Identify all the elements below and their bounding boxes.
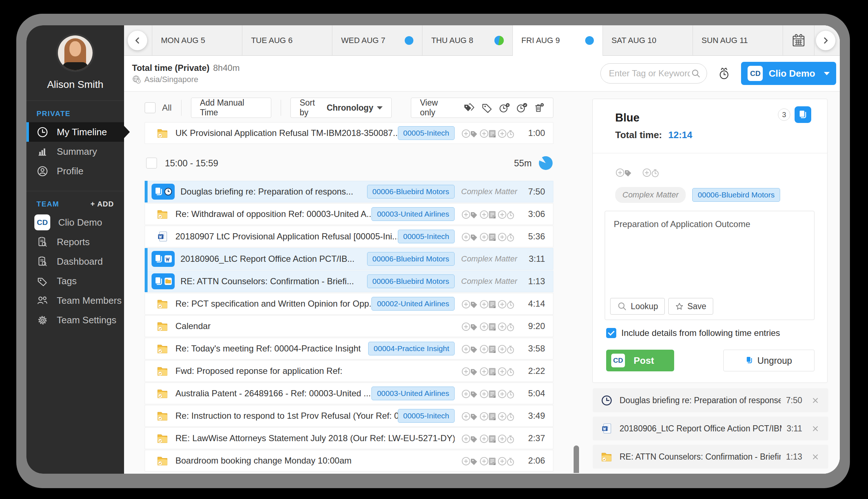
- tag-outline-filter-button[interactable]: [481, 102, 493, 113]
- tab-fri-aug-9[interactable]: FRI AUG 9: [512, 25, 603, 55]
- matter-tag-chip[interactable]: 00002-United Airlines: [371, 297, 455, 311]
- previous-week-button[interactable]: [128, 31, 147, 50]
- ungroup-button[interactable]: Ungroup: [723, 350, 814, 371]
- add-tag-button[interactable]: [461, 365, 479, 377]
- add-note-button[interactable]: [479, 298, 497, 310]
- timeline-row[interactable]: RE: LawWise Attorneys Statement July 201…: [145, 427, 553, 449]
- matter-tag-chip[interactable]: 00005-Initech: [398, 409, 455, 423]
- add-tag-button[interactable]: [461, 410, 479, 422]
- sidebar-item-summary[interactable]: Summary: [26, 142, 124, 161]
- add-note-button[interactable]: [479, 208, 497, 220]
- timeline-row[interactable]: 20180906_LtC Report Office Action PCT/IB…: [145, 248, 553, 270]
- sidebar-item-tags[interactable]: Tags: [26, 271, 124, 291]
- scrollbar-thumb[interactable]: [574, 445, 579, 473]
- next-week-button[interactable]: [816, 31, 835, 50]
- add-tag-button[interactable]: [461, 455, 479, 467]
- timeline-row[interactable]: Re: Withdrawal of opposition Ref: 00003-…: [145, 203, 553, 225]
- timeline-row[interactable]: Re: Today's meeting Ref: 00004-Practice …: [145, 338, 553, 359]
- sidebar-item-reports[interactable]: Reports: [26, 232, 124, 252]
- remove-entry-button[interactable]: [809, 397, 822, 404]
- group-select-checkbox[interactable]: [146, 158, 157, 169]
- grouped-entry-row[interactable]: Douglas briefing re: Preparation of resp…: [593, 388, 828, 412]
- add-note-button[interactable]: [479, 231, 497, 243]
- add-timer-button[interactable]: [497, 231, 515, 243]
- calendar-button[interactable]: [783, 25, 814, 55]
- add-note-button[interactable]: [479, 388, 497, 400]
- remove-entry-button[interactable]: [809, 453, 822, 460]
- add-tag-button[interactable]: [461, 298, 479, 310]
- matter-tag-chip[interactable]: 00006-Bluebird Motors: [692, 188, 780, 202]
- clock-check-filter-button[interactable]: [516, 102, 528, 113]
- save-button[interactable]: Save: [668, 298, 713, 315]
- note-textarea[interactable]: Preparation of Application Outcome Looku…: [605, 211, 814, 320]
- post-button[interactable]: CD Post: [606, 350, 674, 371]
- matter-tag-chip[interactable]: 00005-Initech: [398, 126, 455, 140]
- add-tag-button[interactable]: [461, 388, 479, 400]
- add-timer-button[interactable]: [497, 388, 515, 400]
- matter-tag-chip[interactable]: 00006-Bluebird Motors: [367, 274, 455, 288]
- remove-entry-button[interactable]: [809, 425, 822, 432]
- add-tag-button[interactable]: [615, 166, 633, 178]
- timeline-row[interactable]: Re: Instruction to respond to 1st Prov R…: [145, 405, 553, 427]
- grouped-entry-row[interactable]: RE: ATTN Counselors: Confirmation - Brie…: [593, 445, 828, 469]
- select-all-checkbox[interactable]: [145, 102, 156, 113]
- add-team-member-button[interactable]: + ADD: [90, 200, 114, 208]
- add-note-button[interactable]: [479, 127, 497, 139]
- sort-dropdown[interactable]: Sort by Chronology: [290, 98, 392, 118]
- timeline-row[interactable]: 20180907 LtC Provisional Application Ref…: [145, 226, 553, 247]
- timeline-row[interactable]: RE: ATTN Counselors: Confirmation - Brie…: [145, 270, 553, 292]
- search-input[interactable]: [608, 68, 691, 79]
- matter-tag-chip[interactable]: 00005-Initech: [398, 230, 455, 243]
- timeline-row[interactable]: Re: PCT specification and Written Opinio…: [145, 293, 553, 315]
- timeline-row[interactable]: Douglas briefing re: Preparation of resp…: [145, 181, 553, 202]
- add-tag-button[interactable]: [461, 432, 479, 444]
- add-tag-button[interactable]: [461, 320, 479, 332]
- include-details-checkbox[interactable]: [606, 328, 616, 338]
- matter-tag-chip[interactable]: 00006-Bluebird Motors: [367, 252, 455, 266]
- tab-tue-aug-6[interactable]: TUE AUG 6: [242, 25, 332, 55]
- add-note-button[interactable]: [479, 432, 497, 444]
- add-note-button[interactable]: [479, 455, 497, 467]
- add-timer-button[interactable]: [497, 410, 515, 422]
- add-note-button[interactable]: [479, 320, 497, 332]
- matter-tag-chip[interactable]: 00003-United Airlines: [371, 207, 455, 221]
- add-note-button[interactable]: [479, 410, 497, 422]
- add-timer-button[interactable]: [497, 343, 515, 355]
- add-timer-button[interactable]: [497, 208, 515, 220]
- add-tag-button[interactable]: [461, 343, 479, 355]
- tab-sat-aug-10[interactable]: SAT AUG 10: [603, 25, 693, 55]
- sidebar-item-clio-demo[interactable]: CDClio Demo: [26, 213, 124, 232]
- add-tag-button[interactable]: [461, 231, 479, 243]
- sidebar-item-my-timeline[interactable]: My Timeline: [26, 122, 124, 142]
- sidebar-item-team-members[interactable]: Team Members: [26, 291, 124, 310]
- add-timer-button[interactable]: [497, 365, 515, 377]
- add-tag-button[interactable]: [461, 208, 479, 220]
- grouped-entry-row[interactable]: 20180906_LtC Report Office Action PCT/IB…: [593, 417, 828, 440]
- tab-wed-aug-7[interactable]: WED AUG 7: [332, 25, 422, 55]
- matter-tag-chip[interactable]: 00003-United Airlines: [371, 387, 455, 400]
- trash-filter-button[interactable]: [533, 102, 544, 113]
- timeline-row[interactable]: Boardroom booking change Monday 10:00am2…: [145, 450, 553, 472]
- add-timer-button[interactable]: [497, 320, 515, 332]
- matter-tag-chip[interactable]: 00004-Practice Insight: [368, 342, 455, 355]
- add-timer-button[interactable]: [497, 432, 515, 444]
- timeline-row[interactable]: Australia Patent - 26489166 - Ref: 00003…: [145, 383, 553, 404]
- timeline-row[interactable]: UK Provisional Application Refusal TM-IB…: [145, 122, 553, 144]
- group-stack-button[interactable]: [795, 106, 811, 123]
- add-note-button[interactable]: [479, 343, 497, 355]
- alarm-crown-icon[interactable]: [718, 67, 730, 80]
- add-timer-button[interactable]: [497, 298, 515, 310]
- timeline-row[interactable]: Fwd: Proposed reponse for application Re…: [145, 360, 553, 382]
- add-manual-time-button[interactable]: Add Manual Time: [191, 98, 272, 118]
- account-menu-button[interactable]: CD Clio Demo: [741, 62, 836, 85]
- add-timer-button[interactable]: [497, 127, 515, 139]
- matter-tag-chip[interactable]: 00006-Bluebird Motors: [367, 185, 455, 199]
- avatar[interactable]: [58, 35, 93, 70]
- add-tag-button[interactable]: [461, 127, 479, 139]
- tags-filter-button[interactable]: [463, 102, 476, 113]
- add-timer-button[interactable]: [497, 455, 515, 467]
- clock-dot-filter-button[interactable]: [499, 102, 510, 113]
- add-timer-button[interactable]: [642, 166, 660, 178]
- tab-thu-aug-8[interactable]: THU AUG 8: [422, 25, 512, 55]
- timeline-row[interactable]: Calendar9:20: [145, 315, 553, 337]
